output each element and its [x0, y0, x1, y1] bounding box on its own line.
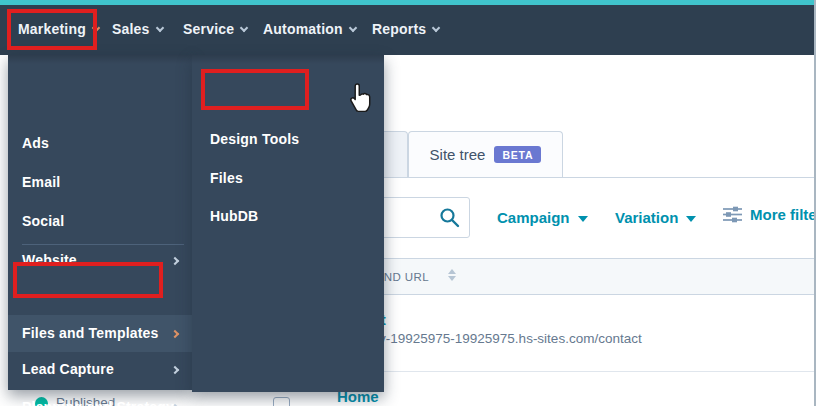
app-window: Site tree BETA Campaign Variation More f…: [0, 0, 816, 406]
chevron-down-icon: [432, 24, 440, 32]
menu-item-planning-and-strategy[interactable]: Planning and Strategy: [8, 399, 192, 406]
sliders-icon: [723, 206, 742, 223]
chevron-right-icon: [171, 257, 179, 265]
page-url-contact: y-19925975-19925975.hs-sites.com/contact: [379, 331, 642, 346]
menu-item-lead-capture[interactable]: Lead Capture: [8, 361, 192, 387]
chevron-down-icon: [155, 24, 163, 32]
menu-item-email-label: Email: [22, 174, 60, 190]
nav-item-service[interactable]: Service: [183, 21, 247, 37]
campaign-filter-dropdown[interactable]: Campaign: [497, 209, 588, 226]
menu-item-lead-capture-label: Lead Capture: [22, 361, 114, 377]
submenu-item-hubdb[interactable]: HubDB: [192, 208, 384, 234]
nav-item-marketing[interactable]: Marketing: [18, 21, 99, 37]
menu-item-files-and-templates[interactable]: Files and Templates: [8, 315, 192, 352]
chevron-right-icon: [171, 366, 179, 374]
menu-item-ads[interactable]: Ads: [8, 135, 192, 161]
variation-filter-dropdown[interactable]: Variation: [615, 209, 696, 226]
menu-item-planning-and-strategy-label: Planning and Strategy: [22, 399, 174, 406]
row-checkbox[interactable]: [273, 397, 290, 406]
tab-row-divider: [360, 177, 816, 178]
nav-item-reports[interactable]: Reports: [372, 21, 439, 37]
chevron-down-icon: [240, 24, 248, 32]
submenu-item-design-tools-label: Design Tools: [210, 131, 299, 147]
sort-icon[interactable]: [448, 269, 456, 281]
tab-site-tree-label: Site tree: [430, 146, 486, 163]
menu-item-social[interactable]: Social: [8, 213, 192, 239]
main-navbar: Marketing Sales Service Automation Repor…: [0, 5, 816, 55]
submenu-item-design-tools[interactable]: Design Tools: [192, 131, 384, 157]
nav-item-reports-label: Reports: [372, 21, 426, 37]
menu-item-files-and-templates-label: Files and Templates: [22, 325, 159, 341]
more-filters-label: More filters: [750, 206, 816, 223]
menu-item-website-label: Website: [22, 252, 77, 268]
more-filters-button[interactable]: More filters: [723, 206, 816, 223]
nav-item-sales[interactable]: Sales: [112, 21, 163, 37]
files-and-templates-submenu: Design Tools Files HubDB: [192, 55, 384, 392]
nav-item-marketing-label: Marketing: [18, 21, 86, 37]
submenu-item-files[interactable]: Files: [192, 170, 384, 196]
caret-down-icon: [578, 216, 588, 222]
caret-down-icon: [686, 216, 696, 222]
nav-item-service-label: Service: [183, 21, 234, 37]
nav-item-automation-label: Automation: [263, 21, 343, 37]
beta-badge: BETA: [494, 146, 541, 163]
nav-item-sales-label: Sales: [112, 21, 150, 37]
marketing-dropdown-menu: Ads Email Social Website Files and Templ…: [8, 55, 192, 390]
menu-divider: [22, 244, 184, 245]
chevron-right-icon: [171, 330, 179, 338]
menu-item-website[interactable]: Website: [8, 252, 192, 278]
menu-item-social-label: Social: [22, 213, 64, 229]
nav-item-automation[interactable]: Automation: [263, 21, 356, 37]
tab-site-tree[interactable]: Site tree BETA: [408, 131, 563, 177]
window-accent-strip: [0, 0, 816, 5]
chevron-down-icon: [92, 24, 100, 32]
campaign-filter-label: Campaign: [497, 209, 570, 226]
submenu-item-hubdb-label: HubDB: [210, 208, 258, 224]
variation-filter-label: Variation: [615, 209, 678, 226]
chevron-down-icon: [349, 24, 357, 32]
menu-item-email[interactable]: Email: [8, 174, 192, 200]
menu-item-ads-label: Ads: [22, 135, 49, 151]
search-icon[interactable]: [439, 207, 460, 228]
submenu-item-files-label: Files: [210, 170, 243, 186]
